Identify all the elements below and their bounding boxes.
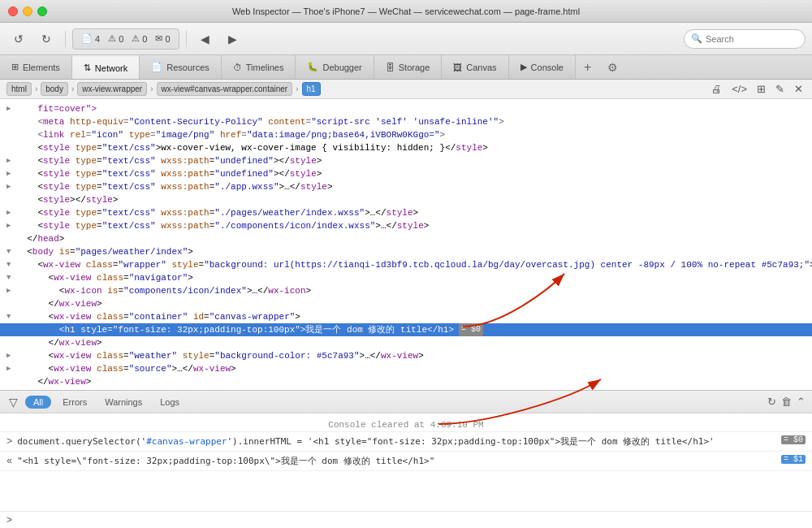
error-count-item: ⚠ 0 [108,33,123,44]
warning-count: 0 [142,34,147,44]
edit-icon[interactable]: ✎ [773,83,787,95]
console-tab-errors[interactable]: Errors [56,396,93,409]
breadcrumb-body-tag[interactable]: body [41,82,68,96]
console-dollar0-badge: = $0 [781,435,806,444]
refresh-button[interactable]: ↺ [6,28,31,50]
console-tab-logs[interactable]: Logs [153,396,186,409]
console-input-row[interactable]: > [0,511,812,528]
breadcrumb-h1[interactable]: h1 [302,82,321,96]
toggle-icon[interactable]: ▶ [6,167,16,180]
toggle-icon[interactable]: ▼ [6,271,16,284]
code-text: <style type="text/css" wxss:path="undefi… [16,167,322,180]
console-input-text: document.querySelector('#canvas-wrapper'… [17,435,776,448]
forward-button[interactable]: ↻ [34,28,58,50]
console-clear-icon[interactable]: 🗑 [781,396,792,408]
breadcrumb-arrow1: › [35,84,37,93]
minimize-button[interactable] [23,6,32,16]
toggle-icon[interactable]: ▶ [6,362,16,375]
search-box[interactable]: 🔍 [684,29,806,49]
code-text: <h1 style="font-size: 32px;padding-top:1… [16,323,454,336]
toggle-icon[interactable]: ▶ [6,102,16,115]
warning-count-item: ⚠ 0 [132,33,147,44]
code-text: </wx-view> [16,375,91,388]
toolbar: ↺ ↻ 📄 4 ⚠ 0 ⚠ 0 ✉ 0 ◀ ▶ 🔍 [0,23,812,55]
toggle-icon[interactable]: ▼ [6,310,16,323]
toggle-icon[interactable]: ▼ [6,258,16,271]
selected-code-line[interactable]: <h1 style="font-size: 32px;padding-top:1… [0,323,812,336]
code-text: <wx-view class="weather" style="backgrou… [16,349,424,362]
console-caret: > [6,514,12,526]
code-text: <wx-icon is="components/icon/index">…</w… [16,284,311,297]
navigate-btn[interactable]: ◀ [193,28,218,50]
code-line: </head> [0,232,812,245]
breadcrumb-wrapper-tag[interactable]: wx-view.wrapper [77,82,147,96]
breadcrumb-h1-tag[interactable]: h1 [302,82,321,96]
console-toggle-button[interactable]: ▽ [6,396,20,409]
console-input-prompt: > [6,436,12,448]
console-refresh-icon[interactable]: ↻ [767,396,776,408]
tab-resources[interactable]: 📄 Resources [140,55,222,79]
breadcrumb-wrapper[interactable]: wx-view.wrapper [77,82,147,96]
code-icon[interactable]: </> [729,83,749,95]
breadcrumb-html[interactable]: html [6,82,32,96]
console-tab-warnings[interactable]: Warnings [98,396,149,409]
console-input-field[interactable] [17,515,806,526]
breadcrumb-canvas-tag[interactable]: wx-view#canvas-wrapper.container [157,82,293,96]
code-editor[interactable]: ▶ fit=cover"> <meta http-equiv="Content-… [0,99,812,390]
close-panel-icon[interactable]: ✕ [792,83,806,95]
search-input[interactable] [706,34,798,44]
navigate-btn2[interactable]: ▶ [221,28,245,50]
search-icon: 🔍 [691,33,702,44]
breadcrumb-html-tag[interactable]: html [6,82,32,96]
network-icon: ⇅ [84,63,91,73]
tab-timelines[interactable]: ⏱ Timelines [222,55,296,79]
tab-network[interactable]: ⇅ Network [72,55,140,79]
code-line: ▶ fit=cover"> [0,102,812,115]
code-text: <link rel="icon" type="image/png" href="… [16,128,445,141]
console-output-text: "<h1 style=\"font-size: 32px;padding-top… [17,455,776,467]
close-button[interactable] [8,6,18,16]
code-line: ▶ <style type="text/css" wxss:path="./co… [0,219,812,232]
code-text: <style></style> [16,193,118,206]
toggle-spacer [6,297,16,310]
toggle-icon[interactable]: ▶ [6,284,16,297]
canvas-icon: 🖼 [453,63,462,72]
console-cleared-msg: Console cleared at 4:09:10 PM [0,418,812,432]
toggle-spacer [6,193,16,206]
code-line: ▼ <wx-view class="navigator"> [0,271,812,284]
console-input-line: > document.querySelector('#canvas-wrappe… [0,432,812,452]
code-text: <wx-view class="container" id="canvas-wr… [16,310,300,323]
code-line: ▶ <wx-view class="weather" style="backgr… [0,349,812,362]
tab-debugger[interactable]: 🐛 Debugger [296,55,374,79]
toggle-spacer [6,232,16,245]
console-output-prompt: « [6,456,12,467]
toggle-icon[interactable]: ▶ [6,206,16,219]
print-icon[interactable]: 🖨 [709,83,724,95]
console-tab-all[interactable]: All [25,396,51,409]
breadcrumb-arrow3: › [150,84,153,93]
tab-storage[interactable]: 🗄 Storage [374,55,443,79]
breadcrumb-canvas[interactable]: wx-view#canvas-wrapper.container [157,82,293,96]
grid-icon[interactable]: ⊞ [754,83,768,95]
toggle-icon[interactable]: ▶ [6,154,16,167]
console-collapse-icon[interactable]: ⌃ [797,396,806,408]
file-count: 4 [95,34,100,44]
settings-button[interactable]: ⚙ [599,55,626,79]
tab-canvas[interactable]: 🖼 Canvas [442,55,508,79]
error-count: 0 [119,34,123,44]
toggle-icon[interactable]: ▶ [6,180,16,193]
add-tab-button[interactable]: + [576,55,599,79]
tab-console[interactable]: ▶ Console [509,55,576,79]
breadcrumb-arrow4: › [296,84,298,93]
maximize-button[interactable] [37,6,47,16]
code-line: <link rel="icon" type="image/png" href="… [0,128,812,141]
toggle-icon[interactable]: ▼ [6,245,16,258]
toggle-icon[interactable]: ▶ [6,349,16,362]
toggle-icon[interactable]: ▶ [6,219,16,232]
code-text: <style type="text/css" wxss:path="./comp… [16,219,429,232]
tab-elements[interactable]: ⊞ Elements [0,55,72,79]
toolbar-right: 🔍 [684,29,806,49]
console-toolbar: ▽ All Errors Warnings Logs ↻ 🗑 ⌃ [0,391,812,413]
console-dollar1-badge: = $1 [781,455,806,464]
breadcrumb-body[interactable]: body [41,82,68,96]
